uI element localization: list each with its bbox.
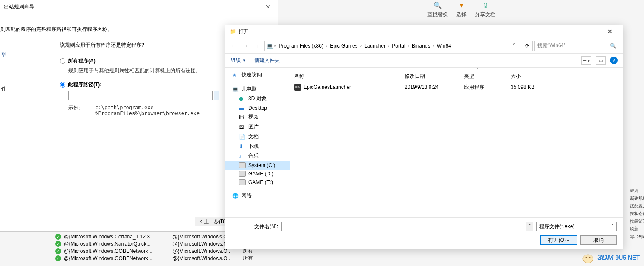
firewall-rule-row[interactable]: ✓@{Microsoft.Windows.NarratorQuick...@{M… bbox=[55, 240, 253, 247]
col-size[interactable]: 大小 bbox=[506, 73, 549, 80]
new-folder-button[interactable]: 新建文件夹 bbox=[254, 57, 280, 64]
example-text: c:\path\program.exe %ProgramFiles%\brows… bbox=[95, 105, 200, 116]
search-input[interactable]: 搜索"Win64" 🔍 bbox=[534, 41, 619, 51]
col-type[interactable]: 类型 bbox=[460, 73, 506, 80]
file-date: 2019/9/13 9:24 bbox=[400, 84, 460, 90]
program-path-radio[interactable] bbox=[60, 82, 65, 88]
file-name: EpicGamesLauncher bbox=[304, 84, 351, 90]
nav-forward-icon[interactable]: → bbox=[241, 41, 251, 51]
close-icon[interactable]: ✕ bbox=[262, 3, 274, 10]
dialog-icon: 📁 bbox=[230, 28, 236, 34]
cancel-button[interactable]: 取消 bbox=[580, 235, 617, 245]
breadcrumb-item[interactable]: Program Files (x86) bbox=[277, 43, 325, 49]
tree-videos[interactable]: 🎞视频 bbox=[225, 112, 290, 122]
open-button[interactable]: 打开(O) ▾ bbox=[540, 235, 577, 245]
file-row[interactable]: EGEpicGamesLauncher 2019/9/13 9:24 应用程序 … bbox=[290, 82, 623, 92]
filetype-select[interactable]: 程序文件(*.exe) ˅ bbox=[536, 222, 617, 231]
browse-button[interactable] bbox=[214, 91, 219, 100]
watermark-3dm: 3DM bbox=[597, 253, 613, 262]
tree-3d-objects[interactable]: ⬢3D 对象 bbox=[225, 94, 290, 104]
refresh-button[interactable]: ⟳ bbox=[522, 41, 533, 51]
breadcrumb-item[interactable]: Portal bbox=[390, 43, 407, 49]
share-icon: ⇪ bbox=[480, 0, 490, 10]
action-item[interactable]: 按配置文 bbox=[630, 202, 643, 210]
network-icon: 🌐 bbox=[232, 193, 239, 199]
view-mode-button[interactable]: ☰ ▾ bbox=[581, 56, 591, 65]
sort-indicator: ⌃ bbox=[290, 68, 623, 71]
select-button[interactable]: ▾ 选择 bbox=[456, 0, 467, 18]
program-path-label: 此程序路径(T): bbox=[68, 81, 101, 88]
nav-up-icon[interactable]: ↑ bbox=[253, 41, 263, 51]
nav-tree: ★快速访问 💻此电脑 ⬢3D 对象 ▬Desktop 🎞视频 🖼图片 📄文档 ⬇… bbox=[225, 68, 290, 217]
help-icon[interactable]: ? bbox=[610, 57, 618, 64]
allow-icon: ✓ bbox=[55, 234, 61, 240]
tree-network[interactable]: 🌐网络 bbox=[225, 191, 290, 201]
svg-point-9 bbox=[589, 257, 591, 258]
select-label: 选择 bbox=[456, 11, 467, 18]
all-programs-radio[interactable] bbox=[60, 58, 65, 64]
breadcrumb-item[interactable]: Binaries bbox=[410, 43, 432, 49]
pc-icon: 💻 bbox=[267, 43, 273, 49]
filetype-value: 程序文件(*.exe) bbox=[539, 223, 574, 230]
preview-pane-button[interactable]: ▭ bbox=[596, 56, 606, 65]
action-item[interactable]: 导出列表 bbox=[630, 233, 643, 241]
tree-downloads[interactable]: ⬇下载 bbox=[225, 141, 290, 151]
music-icon: ♪ bbox=[239, 153, 246, 159]
pictures-icon: 🖼 bbox=[239, 124, 246, 130]
breadcrumb-item[interactable]: Launcher bbox=[363, 43, 387, 49]
tree-music[interactable]: ♪音乐 bbox=[225, 151, 290, 161]
tree-documents[interactable]: 📄文档 bbox=[225, 132, 290, 141]
action-item[interactable]: 新建规则 bbox=[630, 195, 643, 202]
action-item[interactable]: 规则 bbox=[630, 187, 643, 195]
firewall-rule-row[interactable]: ✓@{Microsoft.Windows.Cortana_1.12.3...@{… bbox=[55, 233, 253, 240]
chevron-down-icon: ˅ bbox=[611, 224, 614, 229]
disk-icon bbox=[239, 171, 246, 177]
filename-label: 文件名(N): bbox=[231, 223, 278, 230]
tree-pictures[interactable]: 🖼图片 bbox=[225, 122, 290, 132]
desktop-icon: ▬ bbox=[239, 105, 246, 111]
video-icon: 🎞 bbox=[239, 114, 246, 120]
filename-dropdown[interactable]: ˅ bbox=[526, 222, 533, 231]
svg-point-7 bbox=[583, 255, 593, 263]
example-label: 示例: bbox=[68, 105, 94, 112]
share-button[interactable]: ⇪ 分享文档 bbox=[475, 0, 495, 18]
firewall-rule-list: ✓@{Microsoft.Windows.Cortana_1.12.3...@{… bbox=[55, 233, 253, 262]
col-name[interactable]: 名称 bbox=[290, 73, 400, 80]
allow-icon: ✓ bbox=[55, 255, 61, 261]
breadcrumb-item[interactable]: Win64 bbox=[435, 43, 453, 49]
disk-icon bbox=[239, 179, 246, 185]
nav-back-icon[interactable]: ← bbox=[229, 41, 239, 51]
firewall-rule-row[interactable]: ✓@{Microsoft.Windows.OOBENetwork...@{Mic… bbox=[55, 247, 253, 255]
col-date[interactable]: 修改日期 bbox=[400, 73, 460, 80]
breadcrumb[interactable]: 💻 « Program Files (x86)› Epic Games› Lau… bbox=[264, 41, 520, 51]
organize-menu[interactable]: 组织▼ bbox=[231, 57, 246, 64]
wizard-step-type[interactable]: 型 bbox=[1, 51, 6, 59]
file-list: ⌃ 名称 修改日期 类型 大小 EGEpicGamesLauncher 2019… bbox=[290, 68, 623, 217]
search-placeholder: 搜索"Win64" bbox=[537, 42, 566, 49]
allow-icon: ✓ bbox=[55, 241, 61, 247]
breadcrumb-item[interactable]: Epic Games bbox=[328, 43, 359, 49]
dialog-title: 打开 bbox=[239, 28, 249, 35]
select-icon: ▾ bbox=[456, 0, 467, 10]
allow-icon: ✓ bbox=[55, 248, 61, 254]
find-replace-button[interactable]: 🔍 查找替换 bbox=[427, 0, 448, 18]
tree-game-e[interactable]: GAME (E:) bbox=[225, 178, 290, 187]
action-item[interactable]: 按组筛选 bbox=[630, 218, 643, 225]
tree-desktop[interactable]: ▬Desktop bbox=[225, 104, 290, 112]
tree-game-d[interactable]: GAME (D:) bbox=[225, 170, 290, 178]
firewall-rule-row[interactable]: ✓@{Microsoft.Windows.OOBENetwork...@{Mic… bbox=[55, 255, 253, 262]
action-item[interactable]: 按状态筛 bbox=[630, 210, 643, 218]
filename-input[interactable] bbox=[281, 222, 526, 231]
close-icon[interactable]: ✕ bbox=[602, 28, 619, 35]
download-icon: ⬇ bbox=[239, 144, 246, 150]
tree-this-pc[interactable]: 💻此电脑 bbox=[225, 84, 290, 94]
program-path-input[interactable] bbox=[68, 91, 213, 100]
docs-icon: 📄 bbox=[239, 134, 246, 140]
tree-system-c[interactable]: System (C:) bbox=[225, 161, 290, 170]
disk-icon bbox=[239, 162, 246, 168]
tree-quick-access[interactable]: ★快速访问 bbox=[225, 70, 290, 80]
wizard-step-file[interactable]: 件 bbox=[1, 85, 6, 93]
action-item[interactable]: 刷新 bbox=[630, 225, 643, 233]
watermark-9u5: 9U5.NET bbox=[615, 254, 640, 261]
chevron-down-icon[interactable]: ˅ bbox=[509, 43, 518, 49]
